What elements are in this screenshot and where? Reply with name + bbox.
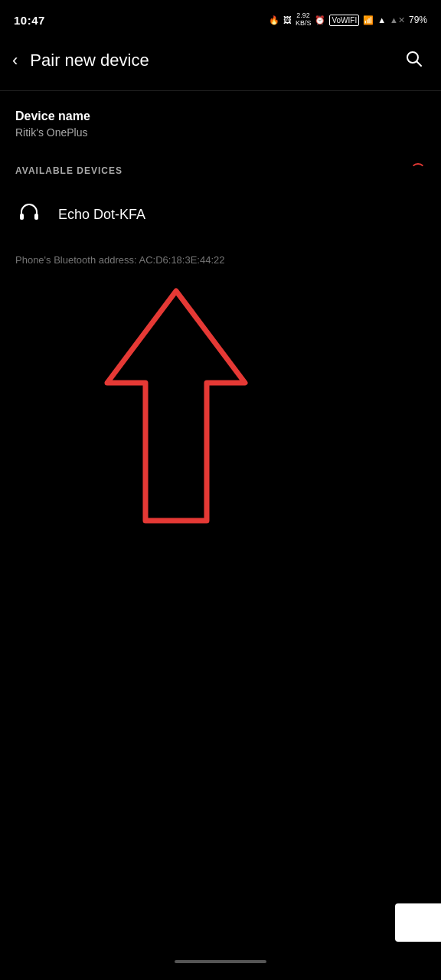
available-header: AVAILABLE DEVICES xyxy=(15,163,426,178)
search-button[interactable] xyxy=(398,43,429,78)
app-bar-left: ‹ Pair new device xyxy=(6,44,149,77)
arrow-annotation xyxy=(77,283,276,528)
bluetooth-address: Phone's Bluetooth address: AC:D6:18:3E:4… xyxy=(15,254,426,278)
svg-rect-3 xyxy=(34,214,38,220)
device-item-name: Echo Dot-KFA xyxy=(58,207,145,223)
alarm-icon: ⏰ xyxy=(315,15,325,25)
status-icons: 🔥 🖼 2.92 KB/S ⏰ VoWIFI 📶 ▲ ▲✕ 79% xyxy=(269,12,427,28)
status-time: 10:47 xyxy=(14,14,45,27)
page-title: Pair new device xyxy=(30,51,149,70)
bottom-nav xyxy=(0,943,441,980)
data-speed: 2.92 KB/S xyxy=(296,12,312,28)
svg-marker-4 xyxy=(107,291,245,521)
app-bar: ‹ Pair new device xyxy=(0,37,441,91)
home-indicator xyxy=(175,960,266,963)
device-name-label: Device name xyxy=(15,109,426,123)
loading-spinner xyxy=(410,163,426,178)
device-item[interactable]: Echo Dot-KFA xyxy=(15,191,426,239)
content: Device name Ritik's OnePlus AVAILABLE DE… xyxy=(0,91,441,278)
image-icon: 🖼 xyxy=(283,15,292,24)
white-rect xyxy=(395,903,441,942)
status-bar: 10:47 🔥 🖼 2.92 KB/S ⏰ VoWIFI 📶 ▲ ▲✕ 79% xyxy=(0,0,441,37)
battery-level: 79% xyxy=(409,15,427,25)
device-name-value: Ritik's OnePlus xyxy=(15,126,426,139)
wifi-icon: 📶 xyxy=(363,15,374,25)
back-button[interactable]: ‹ xyxy=(6,44,24,77)
device-name-section: Device name Ritik's OnePlus xyxy=(15,109,426,139)
vowifi-icon: VoWIFI xyxy=(329,15,359,26)
search-icon xyxy=(404,49,423,67)
headphone-icon xyxy=(15,200,43,230)
available-devices-section: AVAILABLE DEVICES Echo Dot-KFA xyxy=(15,163,426,239)
signal-icon: ▲ xyxy=(377,15,386,24)
svg-line-1 xyxy=(417,62,422,67)
signal-x-icon: ▲✕ xyxy=(390,15,405,25)
svg-rect-2 xyxy=(20,214,24,220)
available-devices-label: AVAILABLE DEVICES xyxy=(15,165,122,176)
drop-icon: 🔥 xyxy=(269,15,279,25)
